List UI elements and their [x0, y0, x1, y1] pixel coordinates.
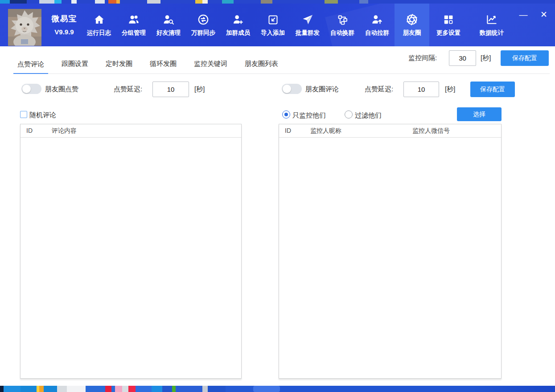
column-header-id: ID: [26, 127, 33, 134]
comment-delay-unit: [秒]: [445, 85, 455, 94]
app-identity: 微易宝 V9.9.9: [48, 13, 80, 36]
nav-item-auto-pull-group[interactable]: 自动拉群: [360, 4, 395, 46]
window-controls: — ✕: [518, 9, 550, 20]
aperture-icon: [406, 13, 418, 26]
main-nav: 运行日志 分组管理 好友清理 万群同步: [82, 4, 512, 46]
column-header-comment-content: 评论内容: [52, 127, 77, 135]
user-search-icon: [162, 13, 175, 26]
moments-comment-toggle[interactable]: [282, 84, 302, 94]
nav-item-group-sync[interactable]: 万群同步: [186, 4, 221, 46]
nav-label: 加群成员: [226, 29, 250, 37]
main-content: 点赞评论 跟圈设置 定时发圈 循环发圈 监控关键词 朋友圈列表 监控间隔: [秒…: [0, 46, 555, 386]
column-header-nickname: 监控人昵称: [310, 127, 341, 135]
like-delay-label: 点赞延迟:: [114, 85, 142, 94]
nav-label: 更多设置: [436, 29, 460, 37]
like-delay-unit: [秒]: [194, 85, 205, 94]
nav-label: 数据统计: [480, 29, 504, 37]
desktop-edge-bottom: [0, 386, 555, 392]
nav-item-statistics[interactable]: 数据统计: [471, 4, 512, 46]
like-delay-input[interactable]: [152, 82, 189, 97]
avatar: [8, 9, 41, 46]
filter-them-radio-label: 过滤他们: [355, 111, 382, 120]
monitor-table: ID 监控人昵称 监控人微信号: [279, 124, 502, 379]
nav-label: 导入添加: [261, 29, 285, 37]
sync-icon: [197, 13, 210, 26]
home-icon: [93, 13, 105, 26]
desktop-edge-top: [0, 0, 555, 4]
tab-follow-settings[interactable]: 跟圈设置: [58, 60, 92, 74]
monitor-only-radio-label: 只监控他们: [292, 111, 326, 120]
random-comment-label: 随机评论: [29, 111, 56, 119]
tab-like-comment[interactable]: 点赞评论: [13, 60, 48, 74]
nav-item-more-settings[interactable]: 更多设置: [429, 4, 468, 46]
moments-like-toggle[interactable]: [21, 84, 41, 94]
monitor-interval-input[interactable]: [449, 50, 476, 66]
nav-item-auto-switch-group[interactable]: 自动换群: [325, 4, 360, 46]
comment-table-header: ID 评论内容: [21, 124, 241, 138]
select-button[interactable]: 选择: [457, 107, 502, 121]
save-config-button-right[interactable]: 保存配置: [470, 82, 515, 97]
grid-icon: [443, 13, 454, 26]
nodes-icon: [337, 13, 349, 26]
nav-label: 好友清理: [156, 29, 181, 37]
monitor-interval-unit: [秒]: [481, 54, 491, 62]
moments-like-toggle-label: 朋友圈点赞: [45, 85, 78, 94]
import-icon: [267, 13, 279, 26]
app-version: V9.9.9: [48, 28, 80, 36]
nav-label: 运行日志: [87, 29, 111, 37]
tab-moments-list[interactable]: 朋友圈列表: [241, 60, 282, 74]
nav-item-friend-clean[interactable]: 好友清理: [151, 4, 186, 46]
nav-label: 自动拉群: [365, 29, 389, 37]
comment-table-body[interactable]: [21, 138, 241, 378]
nav-item-run-log[interactable]: 运行日志: [82, 4, 116, 46]
app-name: 微易宝: [48, 13, 80, 24]
nav-label: 朋友圈: [403, 29, 421, 37]
nav-label: 分组管理: [122, 29, 146, 37]
close-button[interactable]: ✕: [538, 9, 550, 20]
users-icon: [127, 13, 140, 26]
send-icon: [301, 13, 314, 26]
nav-item-group-members[interactable]: 加群成员: [221, 4, 255, 46]
filter-them-radio[interactable]: [345, 110, 353, 118]
moments-comment-toggle-label: 朋友圈评论: [305, 85, 339, 94]
monitor-table-body[interactable]: [279, 138, 501, 378]
monitor-interval-label: 监控间隔:: [408, 54, 437, 62]
comment-delay-label: 点赞延迟:: [365, 85, 393, 94]
titlebar[interactable]: 微易宝 V9.9.9 运行日志 分组管理 好友清理: [0, 4, 555, 46]
cat-avatar-image: [8, 9, 41, 46]
chart-icon: [485, 13, 498, 26]
nav-label: 批量群发: [296, 29, 320, 37]
column-header-wechat-id: 监控人微信号: [412, 127, 450, 135]
monitor-only-radio[interactable]: [282, 110, 290, 118]
comment-delay-input[interactable]: [403, 82, 439, 97]
nav-label: 万群同步: [191, 29, 215, 37]
comment-table: ID 评论内容: [20, 124, 242, 379]
nav-item-moments[interactable]: 朋友圈: [395, 4, 429, 46]
user-add-icon: [232, 13, 244, 26]
user-up-icon: [371, 13, 383, 26]
column-header-id: ID: [285, 127, 291, 134]
tab-loop-post[interactable]: 循环发圈: [146, 60, 181, 74]
nav-item-import-add[interactable]: 导入添加: [255, 4, 290, 46]
minimize-button[interactable]: —: [518, 9, 529, 20]
app-window: 微易宝 V9.9.9 运行日志 分组管理 好友清理: [0, 4, 555, 386]
tab-scheduled-post[interactable]: 定时发圈: [102, 60, 136, 74]
nav-label: 自动换群: [330, 29, 354, 37]
random-comment-checkbox[interactable]: [20, 111, 27, 118]
nav-item-batch-send[interactable]: 批量群发: [290, 4, 325, 46]
save-config-button-top[interactable]: 保存配置: [501, 50, 549, 66]
nav-item-group-manage[interactable]: 分组管理: [116, 4, 151, 46]
monitor-table-header: ID 监控人昵称 监控人微信号: [279, 124, 501, 138]
tab-keyword-monitor[interactable]: 监控关键词: [190, 60, 231, 74]
